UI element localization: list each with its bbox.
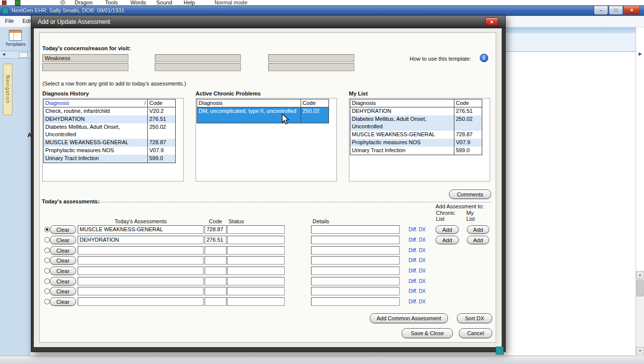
assessment-radio[interactable] xyxy=(44,227,50,232)
diff-dx-link[interactable]: Diff. DX xyxy=(409,227,426,232)
add-chronic-button[interactable]: Add xyxy=(435,236,459,244)
scroll-down-button[interactable]: ▼ xyxy=(636,347,644,355)
details-field[interactable] xyxy=(311,287,400,295)
clear-button[interactable]: Clear xyxy=(50,236,76,244)
clear-button[interactable]: Clear xyxy=(50,297,76,306)
assessment-radio[interactable] xyxy=(44,248,50,253)
assessment-radio[interactable] xyxy=(44,288,50,294)
menu-tools[interactable]: Tools xyxy=(105,0,118,6)
diagnosis-column-header[interactable]: Diagnosis/ xyxy=(44,99,148,107)
sort-dx-button[interactable]: Sort DX xyxy=(457,313,492,323)
diff-dx-link[interactable]: Diff. DX xyxy=(409,268,426,273)
assessment-field[interactable] xyxy=(78,246,204,255)
menu-dragon[interactable]: Dragon xyxy=(75,0,93,6)
menu-sound[interactable]: Sound xyxy=(156,0,172,6)
assessment-field[interactable] xyxy=(78,297,204,306)
code-field[interactable] xyxy=(205,246,226,255)
details-field[interactable] xyxy=(311,277,400,285)
assessment-field[interactable]: MUSCLE WEAKNESS-GENERAL xyxy=(78,225,204,234)
grid-row[interactable]: MUSCLE WEAKNESS-GENERAL728.87 xyxy=(44,139,175,147)
grid-row[interactable]: MUSCLE WEAKNESS-GENERAL728.87 xyxy=(350,131,482,139)
concern-field-1b[interactable] xyxy=(42,63,128,71)
code-field[interactable]: 728.87 xyxy=(205,225,226,234)
code-column-header[interactable]: Code xyxy=(301,99,328,107)
grid-row[interactable]: DEHYDRATION276.51 xyxy=(44,115,175,123)
assessment-field[interactable] xyxy=(78,267,204,275)
assessment-radio[interactable] xyxy=(44,237,50,243)
templates-button[interactable]: Templates xyxy=(1,29,29,52)
grid-row[interactable]: Check, routine, infant/childV20.2 xyxy=(44,107,175,115)
assessment-field[interactable]: DEHYDRATION xyxy=(78,236,204,244)
info-icon[interactable]: i xyxy=(480,54,488,62)
splitter-handle[interactable] xyxy=(19,52,28,58)
add-chronic-button[interactable]: Add xyxy=(435,225,459,234)
diagnosis-column-header[interactable]: Diagnosis xyxy=(350,99,454,107)
menu-file[interactable]: File xyxy=(5,18,14,24)
details-field[interactable] xyxy=(311,225,400,234)
diff-dx-link[interactable]: Diff. DX xyxy=(409,237,426,243)
status-field[interactable] xyxy=(227,267,285,275)
clear-button[interactable]: Clear xyxy=(50,267,76,275)
diff-dx-link[interactable]: Diff. DX xyxy=(409,278,426,284)
grid-row[interactable]: Urinary Tract Infection599.0 xyxy=(44,155,175,163)
diff-dx-link[interactable]: Diff. DX xyxy=(409,248,426,253)
details-field[interactable] xyxy=(311,267,400,275)
clear-button[interactable]: Clear xyxy=(50,277,76,285)
details-field[interactable] xyxy=(311,256,400,265)
concern-field-3a[interactable] xyxy=(268,54,354,62)
expand-panel-icon[interactable]: ► xyxy=(638,51,643,57)
code-field[interactable] xyxy=(205,297,226,306)
concern-field-3b[interactable] xyxy=(268,63,354,71)
details-field[interactable] xyxy=(311,297,400,306)
comments-button[interactable]: Comments xyxy=(449,189,491,199)
scroll-thumb[interactable] xyxy=(637,279,644,296)
code-field[interactable]: 276.51 xyxy=(205,236,226,244)
clear-button[interactable]: Clear xyxy=(50,256,76,265)
clear-button[interactable]: Clear xyxy=(50,225,76,234)
code-field[interactable] xyxy=(205,277,226,285)
assessment-field[interactable] xyxy=(78,287,204,295)
grid-row[interactable]: Prophylactic measures NOSV07.9 xyxy=(44,147,175,155)
grid-row[interactable]: DEHYDRATION276.51 xyxy=(350,107,482,115)
status-field[interactable] xyxy=(227,277,285,285)
dialog-titlebar[interactable]: Add or Update Assessment × xyxy=(31,15,505,28)
dialog-close-button[interactable]: × xyxy=(485,17,498,26)
code-column-header[interactable]: Code xyxy=(454,99,482,107)
scroll-up-button[interactable]: ▲ xyxy=(636,271,644,278)
status-field[interactable] xyxy=(227,225,285,234)
add-mylist-button[interactable]: Add xyxy=(467,225,489,234)
grid-row-selected[interactable]: DM, uncomplicated, type II, uncontrolled… xyxy=(197,107,328,123)
assessment-radio[interactable] xyxy=(44,278,50,284)
concern-field-2b[interactable] xyxy=(155,63,241,71)
clear-button[interactable]: Clear xyxy=(50,287,76,295)
clear-button[interactable]: Clear xyxy=(50,246,76,255)
minimize-button[interactable]: – xyxy=(594,6,608,15)
grid-row[interactable]: Diabetes Mellitus, Adult Onset, Uncontro… xyxy=(350,115,482,131)
grid-row[interactable]: Urinary Tract Infection599.0 xyxy=(350,147,482,155)
status-field[interactable] xyxy=(227,256,285,265)
code-field[interactable] xyxy=(205,256,226,265)
add-mylist-button[interactable]: Add xyxy=(467,236,489,244)
save-close-button[interactable]: Save & Close xyxy=(402,328,453,338)
code-column-header[interactable]: Code xyxy=(148,99,175,107)
code-field[interactable] xyxy=(205,287,226,295)
menu-words[interactable]: Words xyxy=(130,0,146,6)
code-field[interactable] xyxy=(205,267,226,275)
status-field[interactable] xyxy=(227,287,285,295)
concern-field-2a[interactable] xyxy=(155,54,241,62)
details-field[interactable] xyxy=(311,236,400,244)
diff-dx-link[interactable]: Diff. DX xyxy=(409,299,426,304)
maximize-button[interactable]: □ xyxy=(609,6,623,15)
diff-dx-link[interactable]: Diff. DX xyxy=(409,258,426,263)
assessment-radio[interactable] xyxy=(44,268,50,273)
vertical-scrollbar[interactable]: ► ▲ ▼ xyxy=(636,27,644,356)
cancel-button[interactable]: Cancel xyxy=(459,328,492,338)
close-button[interactable]: × xyxy=(624,6,640,15)
status-field[interactable] xyxy=(227,236,285,244)
details-field[interactable] xyxy=(311,246,400,255)
assessment-field[interactable] xyxy=(78,256,204,265)
grid-row[interactable]: Prophylactic measures NOSV07.9 xyxy=(350,139,482,147)
collapse-left-icon[interactable]: ◄ xyxy=(1,52,6,57)
assessment-field[interactable] xyxy=(78,277,204,285)
navigation-tab[interactable]: Navigation xyxy=(3,64,12,115)
